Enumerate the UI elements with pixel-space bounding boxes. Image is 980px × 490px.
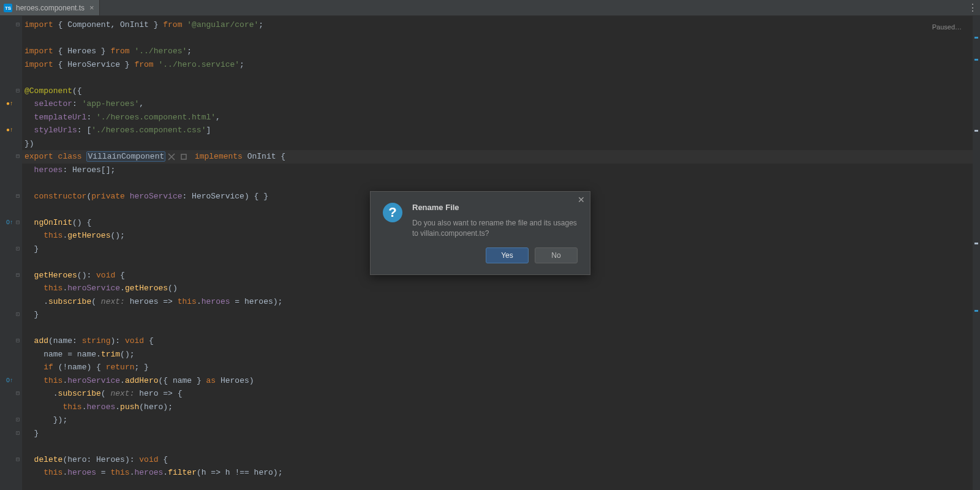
- stripe-info-marker[interactable]: [974, 37, 978, 39]
- fold-end-icon[interactable]: ⊡: [15, 427, 21, 440]
- rename-file-dialog: ✕ ? Rename File Do you also want to rena…: [370, 191, 590, 275]
- dialog-message: Do you also want to rename the file and …: [412, 218, 578, 239]
- gutter[interactable]: ●↑ ●↑ O↑ O↑ ⊟ ⊟ ⊟ ⊟ ⊟ ⊡ ⊟ ⊡ ⊟ ⊟ ⊡ ⊡ ⊟: [0, 16, 22, 490]
- gutter-override-icon[interactable]: O↑: [4, 216, 16, 230]
- editor-tab-heroes[interactable]: TS heroes.component.ts ×: [0, 0, 100, 15]
- error-stripe[interactable]: [973, 16, 980, 490]
- svg-text:TS: TS: [5, 6, 12, 11]
- fold-toggle-icon[interactable]: ⊟: [15, 18, 21, 32]
- stripe-info-marker[interactable]: [974, 59, 978, 61]
- current-line[interactable]: export class VillainComponent implements…: [22, 150, 973, 164]
- dialog-close-icon[interactable]: ✕: [578, 195, 585, 204]
- rename-input[interactable]: VillainComponent: [86, 151, 165, 162]
- question-icon: ?: [383, 203, 402, 222]
- fold-end-icon[interactable]: ⊡: [15, 308, 21, 322]
- fold-toggle-icon[interactable]: ⊟: [15, 150, 21, 164]
- tab-close-icon[interactable]: ×: [88, 4, 94, 12]
- fold-end-icon[interactable]: ⊡: [15, 413, 21, 427]
- gutter-modified-icon[interactable]: ●↑: [4, 97, 16, 111]
- ts-file-icon: TS: [4, 4, 12, 12]
- fold-end-icon[interactable]: ⊡: [15, 243, 21, 256]
- fold-toggle-icon[interactable]: ⊟: [15, 269, 21, 282]
- stripe-edit-marker[interactable]: [974, 130, 978, 132]
- fold-toggle-icon[interactable]: ⊟: [15, 216, 21, 230]
- fold-toggle-icon[interactable]: ⊟: [15, 334, 21, 348]
- editor-tab-label: heroes.component.ts: [16, 4, 85, 12]
- tab-overflow-menu-icon[interactable]: ⋮: [965, 0, 980, 15]
- svg-rect-2: [181, 154, 186, 159]
- fold-toggle-icon[interactable]: ⊟: [15, 453, 21, 467]
- dialog-title: Rename File: [412, 203, 578, 212]
- inline-refactor-icons[interactable]: [168, 150, 187, 164]
- gutter-modified-icon[interactable]: ●↑: [4, 124, 16, 137]
- dialog-no-button[interactable]: No: [535, 247, 578, 263]
- fold-toggle-icon[interactable]: ⊟: [15, 85, 21, 98]
- stripe-info-marker[interactable]: [974, 310, 978, 312]
- fold-toggle-icon[interactable]: ⊟: [15, 387, 21, 401]
- gutter-override-icon[interactable]: O↑: [4, 374, 16, 388]
- dialog-yes-button[interactable]: Yes: [486, 247, 529, 263]
- tab-bar: TS heroes.component.ts × ⋮: [0, 0, 980, 16]
- fold-toggle-icon[interactable]: ⊟: [15, 190, 21, 203]
- stripe-edit-marker[interactable]: [974, 243, 978, 244]
